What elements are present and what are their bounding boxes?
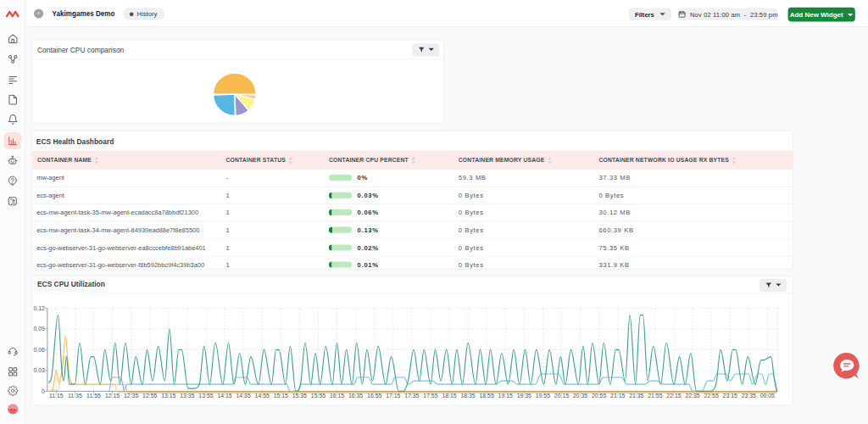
svg-text:0.03: 0.03 xyxy=(33,367,45,373)
svg-text:18:35: 18:35 xyxy=(460,393,475,399)
svg-text:20:15: 20:15 xyxy=(554,393,569,399)
svg-text:23:35: 23:35 xyxy=(742,393,756,399)
svg-text:14:55: 14:55 xyxy=(255,393,270,399)
svg-text:21:35: 21:35 xyxy=(629,393,643,399)
svg-text:15:35: 15:35 xyxy=(292,393,307,399)
svg-text:11:55: 11:55 xyxy=(86,393,101,399)
svg-text:18:15: 18:15 xyxy=(442,393,456,399)
svg-text:15:55: 15:55 xyxy=(311,393,326,399)
svg-text:12:55: 12:55 xyxy=(142,393,157,399)
svg-text:21:15: 21:15 xyxy=(610,393,625,399)
svg-text:12:15: 12:15 xyxy=(105,393,120,399)
svg-text:22:35: 22:35 xyxy=(685,393,699,399)
svg-text:20:55: 20:55 xyxy=(592,393,606,399)
svg-text:16:35: 16:35 xyxy=(348,393,363,399)
svg-text:17:35: 17:35 xyxy=(404,393,419,399)
svg-text:23:15: 23:15 xyxy=(723,393,737,399)
svg-text:19:35: 19:35 xyxy=(517,393,531,399)
svg-text:18:55: 18:55 xyxy=(480,393,494,399)
svg-text:11:35: 11:35 xyxy=(68,393,82,399)
svg-text:0: 0 xyxy=(42,388,45,393)
svg-text:22:55: 22:55 xyxy=(704,393,719,399)
svg-text:19:55: 19:55 xyxy=(536,393,550,399)
svg-text:19:15: 19:15 xyxy=(498,393,513,399)
svg-text:00:05: 00:05 xyxy=(760,393,775,399)
svg-text:12:35: 12:35 xyxy=(124,393,138,399)
svg-text:0.12: 0.12 xyxy=(33,304,45,310)
svg-text:17:55: 17:55 xyxy=(423,393,437,399)
svg-text:16:55: 16:55 xyxy=(367,393,381,399)
svg-text:11:15: 11:15 xyxy=(49,393,64,399)
svg-text:14:35: 14:35 xyxy=(236,393,251,399)
svg-text:14:15: 14:15 xyxy=(217,393,231,399)
svg-text:20:35: 20:35 xyxy=(573,393,587,399)
svg-text:21:55: 21:55 xyxy=(648,393,662,399)
svg-text:15:15: 15:15 xyxy=(274,393,288,399)
svg-text:13:55: 13:55 xyxy=(198,393,213,399)
svg-text:22:15: 22:15 xyxy=(666,393,681,399)
svg-text:16:15: 16:15 xyxy=(330,393,344,399)
svg-text:17:15: 17:15 xyxy=(386,393,400,399)
svg-text:0.06: 0.06 xyxy=(33,346,45,352)
svg-text:13:15: 13:15 xyxy=(161,393,175,399)
svg-text:13:35: 13:35 xyxy=(180,393,194,399)
svg-text:0.09: 0.09 xyxy=(33,326,45,332)
